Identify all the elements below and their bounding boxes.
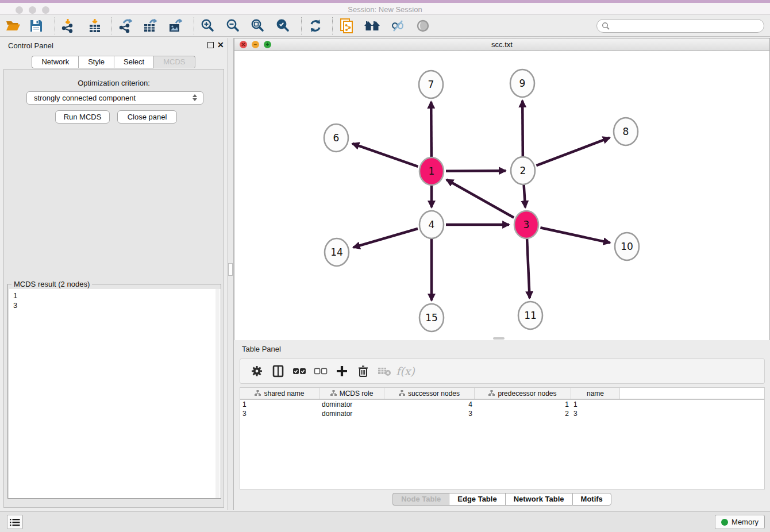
- table-cell[interactable]: 3: [571, 409, 620, 418]
- table-cell[interactable]: 1: [475, 400, 571, 409]
- zoom-in-icon[interactable]: [197, 16, 219, 36]
- table-settings-icon[interactable]: [246, 361, 267, 381]
- graph-node-1[interactable]: 1: [419, 157, 444, 185]
- search-icon: [602, 22, 610, 30]
- result-scrollbar[interactable]: [215, 289, 220, 498]
- table-cell[interactable]: 1: [240, 400, 319, 409]
- graph-node-15[interactable]: 15: [419, 304, 444, 331]
- graph-node-3[interactable]: 3: [514, 211, 538, 238]
- memory-button[interactable]: Memory: [715, 515, 765, 529]
- edge-2-3[interactable]: [524, 185, 525, 207]
- edge-3-11[interactable]: [527, 239, 530, 298]
- main-toolbar: [0, 15, 770, 37]
- toolbar-separator: [301, 17, 302, 34]
- tab-select[interactable]: Select: [114, 56, 153, 68]
- delete-row-icon[interactable]: [352, 361, 374, 381]
- node-table[interactable]: shared nameMCDS rolesuccessor nodesprede…: [240, 387, 765, 489]
- control-panel-tabs: NetworkStyleSelectMCDS: [0, 56, 227, 68]
- mcds-result-group: MCDS result (2 nodes) 1 3: [7, 284, 221, 499]
- table-cell[interactable]: 2: [475, 409, 571, 418]
- table-cell[interactable]: 3: [384, 409, 475, 418]
- export-table-icon[interactable]: [139, 16, 161, 36]
- refresh-layout-icon[interactable]: [305, 16, 326, 36]
- close-panel-button[interactable]: Close panel: [117, 110, 177, 124]
- deselect-all-icon[interactable]: [310, 361, 331, 381]
- table-cell[interactable]: dominator: [319, 409, 384, 418]
- edge-1-7[interactable]: [431, 102, 432, 157]
- search-input[interactable]: [596, 19, 764, 33]
- column-header-name[interactable]: name: [571, 388, 620, 399]
- show-columns-icon[interactable]: [267, 361, 288, 381]
- node-label: 4: [429, 219, 435, 230]
- graph-node-14[interactable]: 14: [325, 238, 349, 266]
- tab-motifs[interactable]: Motifs: [572, 493, 611, 506]
- tab-network[interactable]: Network: [32, 56, 78, 68]
- export-network-icon[interactable]: [114, 16, 136, 36]
- criterion-value: strongly connected component: [34, 94, 136, 102]
- graph-node-10[interactable]: 10: [615, 233, 639, 260]
- tab-node-table[interactable]: Node Table: [392, 493, 449, 506]
- divider-handle-icon[interactable]: [228, 263, 233, 276]
- save-session-icon[interactable]: [25, 16, 47, 36]
- memory-label: Memory: [732, 518, 759, 526]
- edge-3-10[interactable]: [540, 228, 610, 242]
- table-cell[interactable]: dominator: [319, 400, 384, 409]
- table-cell[interactable]: 1: [571, 400, 620, 409]
- home-icon[interactable]: [361, 16, 383, 36]
- edge-1-6[interactable]: [352, 144, 418, 167]
- column-header-MCDS-role[interactable]: MCDS role: [319, 388, 384, 399]
- tab-network-table[interactable]: Network Table: [505, 493, 572, 506]
- column-header-successor-nodes[interactable]: successor nodes: [384, 388, 475, 399]
- zoom-fit-icon[interactable]: [247, 16, 269, 36]
- new-network-icon[interactable]: [336, 16, 358, 36]
- export-image-icon[interactable]: [164, 16, 186, 36]
- network-canvas[interactable]: 7968124314101511: [234, 51, 769, 340]
- zoom-out-icon[interactable]: [222, 16, 244, 36]
- select-all-icon[interactable]: [288, 361, 310, 381]
- edge-2-9[interactable]: [522, 101, 523, 156]
- delete-column-icon[interactable]: [374, 361, 395, 381]
- task-list-button[interactable]: [7, 515, 23, 529]
- table-panel-title: Table Panel: [242, 345, 281, 353]
- criterion-select[interactable]: strongly connected component: [26, 91, 203, 105]
- window-title: Session: New Session: [0, 5, 770, 14]
- function-builder-icon[interactable]: f(x): [395, 361, 416, 381]
- edge-3-1[interactable]: [446, 180, 514, 218]
- column-header-predecessor-nodes[interactable]: predecessor nodes: [475, 388, 571, 399]
- tab-style[interactable]: Style: [78, 56, 114, 68]
- zoom-selected-icon[interactable]: [272, 16, 294, 36]
- table-cell[interactable]: 4: [384, 400, 475, 409]
- graph-node-9[interactable]: 9: [510, 70, 534, 97]
- close-panel-icon[interactable]: ✕: [217, 40, 224, 49]
- graph-node-11[interactable]: 11: [518, 302, 542, 329]
- float-panel-icon[interactable]: [207, 42, 214, 48]
- run-mcds-button[interactable]: Run MCDS: [55, 110, 110, 124]
- hide-glasses-icon[interactable]: [387, 16, 409, 36]
- graph-node-2[interactable]: 2: [511, 157, 535, 184]
- import-table-icon[interactable]: [84, 16, 106, 36]
- edge-1-2[interactable]: [446, 171, 506, 171]
- panel-divider[interactable]: [227, 38, 234, 510]
- edge-4-14[interactable]: [353, 229, 418, 248]
- graph-node-6[interactable]: 6: [324, 124, 348, 152]
- import-network-icon[interactable]: [57, 16, 79, 36]
- table-row[interactable]: 1dominator411: [240, 400, 764, 409]
- tab-mcds[interactable]: MCDS: [153, 56, 195, 68]
- node-label: 2: [520, 165, 526, 176]
- network-window-titlebar[interactable]: ✕ − + scc.txt: [234, 38, 769, 51]
- graph-node-7[interactable]: 7: [419, 71, 443, 98]
- graph-node-4[interactable]: 4: [419, 211, 444, 238]
- table-tabs: Node TableEdge TableNetwork TableMotifs: [234, 493, 770, 506]
- add-row-icon[interactable]: [331, 361, 352, 381]
- node-label: 3: [523, 219, 530, 230]
- tab-edge-table[interactable]: Edge Table: [449, 493, 505, 506]
- column-header-shared-name[interactable]: shared name: [240, 388, 319, 399]
- graph-node-8[interactable]: 8: [614, 118, 638, 145]
- eye-icon[interactable]: [412, 16, 434, 36]
- table-cell[interactable]: 3: [240, 409, 319, 418]
- canvas-scroll-handle[interactable]: [493, 337, 505, 340]
- table-row[interactable]: 3dominator323: [240, 409, 764, 418]
- mcds-result-text[interactable]: 1 3: [9, 289, 221, 498]
- edge-2-8[interactable]: [536, 138, 610, 165]
- open-session-icon[interactable]: [2, 16, 24, 36]
